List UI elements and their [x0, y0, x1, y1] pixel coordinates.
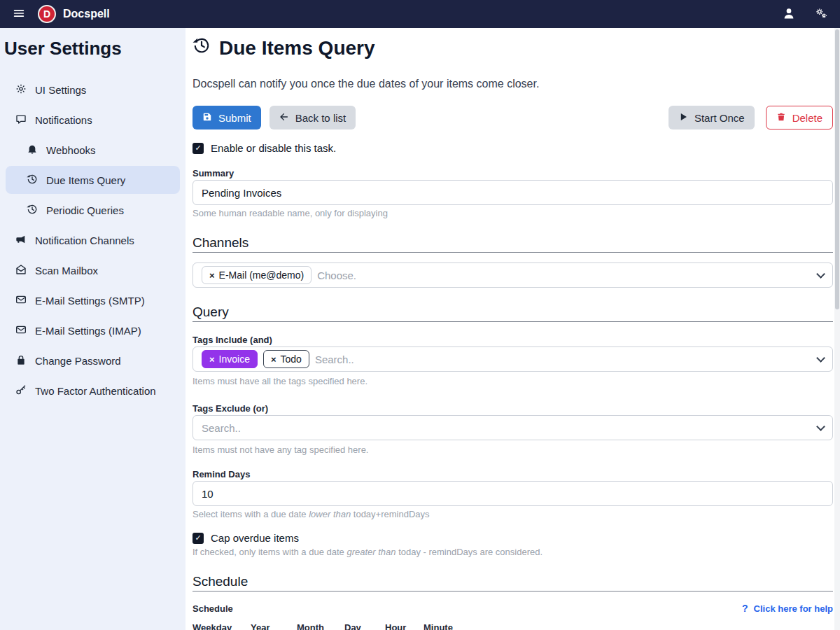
- save-icon: [202, 112, 212, 124]
- lock-icon: [15, 354, 27, 368]
- hamburger-icon: [13, 7, 25, 22]
- sidebar-item-label: Notification Channels: [35, 234, 134, 246]
- sidebar-item-label: Notifications: [35, 114, 92, 126]
- docspell-logo-icon: [38, 5, 56, 23]
- hamburger-menu-button[interactable]: [10, 4, 28, 24]
- schedule-column-headers: Weekday Year Month Day Hour Minute: [192, 622, 833, 630]
- cap-overdue-label: Cap overdue items: [211, 532, 299, 544]
- tags-exclude-help: Items must not have any tag specified he…: [192, 444, 833, 455]
- remind-days-input[interactable]: [192, 481, 833, 506]
- schedule-label-row: Schedule ? Click here for help: [192, 603, 833, 614]
- remove-icon[interactable]: [209, 271, 215, 280]
- column-header-year: Year: [251, 622, 297, 630]
- scrollbar[interactable]: [834, 28, 840, 630]
- envelope-icon: [15, 324, 27, 337]
- sidebar-item-label: E-Mail Settings (SMTP): [35, 295, 145, 307]
- channels-select[interactable]: E-Mail (me@demo) Choose.: [192, 262, 833, 288]
- tag-chip-invoice[interactable]: Invoice: [202, 350, 258, 368]
- sidebar-item-label: Periodic Queries: [46, 204, 124, 216]
- app-window: Docspell User Settings UI Settings Not: [0, 0, 840, 630]
- sidebar-item-email-settings-imap[interactable]: E-Mail Settings (IMAP): [6, 316, 180, 344]
- enable-task-label: Enable or disable this task.: [211, 142, 336, 154]
- tags-exclude-select[interactable]: Search..: [192, 415, 833, 440]
- sidebar-title: User Settings: [0, 28, 186, 74]
- toolbar: Submit Back to list Start Once Delete: [192, 106, 833, 130]
- column-header-month: Month: [297, 622, 344, 630]
- remove-icon[interactable]: [209, 355, 215, 364]
- comment-icon: [15, 113, 27, 127]
- channels-heading: Channels: [192, 235, 833, 253]
- chevron-down-icon: [816, 354, 825, 363]
- sidebar: User Settings UI Settings Notifications …: [0, 28, 186, 630]
- submit-button[interactable]: Submit: [192, 106, 261, 130]
- remove-icon[interactable]: [271, 355, 276, 364]
- key-icon: [15, 384, 27, 398]
- sidebar-item-label: UI Settings: [35, 84, 86, 96]
- play-icon: [678, 112, 688, 124]
- chevron-down-icon: [816, 270, 825, 279]
- column-header-hour: Hour: [385, 622, 424, 630]
- summary-input[interactable]: [192, 180, 833, 205]
- user-menu-button[interactable]: [780, 4, 798, 24]
- sidebar-item-notification-channels[interactable]: Notification Channels: [6, 226, 180, 254]
- sidebar-item-label: Webhooks: [46, 144, 96, 156]
- tags-include-label: Tags Include (and): [192, 335, 833, 345]
- start-once-button[interactable]: Start Once: [668, 106, 755, 130]
- tag-chip-todo[interactable]: Todo: [263, 350, 309, 368]
- chevron-down-icon: [816, 422, 825, 431]
- sidebar-item-scan-mailbox[interactable]: Scan Mailbox: [6, 256, 180, 284]
- question-icon: ?: [742, 603, 748, 614]
- tags-exclude-label: Tags Exclude (or): [192, 403, 833, 414]
- schedule-help-link[interactable]: ? Click here for help: [742, 603, 833, 614]
- cap-overdue-row: Cap overdue items: [192, 532, 833, 544]
- tags-include-help: Items must have all the tags specified h…: [192, 376, 833, 386]
- arrow-left-icon: [279, 112, 289, 124]
- sidebar-item-label: Two Factor Authentication: [35, 385, 156, 397]
- sidebar-item-ui-settings[interactable]: UI Settings: [6, 76, 180, 104]
- tags-include-placeholder: Search..: [315, 354, 354, 365]
- gears-icon: [815, 7, 827, 22]
- sidebar-item-periodic-queries[interactable]: Periodic Queries: [6, 196, 180, 224]
- history-icon: [27, 204, 38, 217]
- envelope-icon: [15, 294, 27, 307]
- settings-menu-button[interactable]: [812, 4, 830, 24]
- history-icon: [27, 174, 38, 187]
- enable-task-row: Enable or disable this task.: [192, 142, 833, 154]
- bullhorn-icon: [15, 234, 27, 247]
- sidebar-item-label: E-Mail Settings (IMAP): [35, 325, 141, 337]
- remind-days-label: Remind Days: [192, 469, 833, 479]
- summary-label: Summary: [192, 168, 833, 178]
- sidebar-item-due-items-query[interactable]: Due Items Query: [6, 166, 180, 194]
- tags-exclude-placeholder: Search..: [202, 422, 241, 434]
- app-name: Docspell: [63, 8, 110, 20]
- cap-overdue-checkbox[interactable]: [192, 533, 204, 544]
- app-brand[interactable]: Docspell: [38, 5, 110, 23]
- topbar: Docspell: [0, 0, 840, 28]
- gear-icon: [15, 83, 27, 97]
- sidebar-item-label: Due Items Query: [46, 174, 125, 186]
- column-header-weekday: Weekday: [192, 622, 251, 630]
- schedule-label: Schedule: [192, 603, 233, 614]
- sidebar-item-label: Change Password: [35, 355, 121, 367]
- page-title: Due Items Query: [192, 36, 833, 59]
- sidebar-item-change-password[interactable]: Change Password: [6, 346, 180, 374]
- back-to-list-button[interactable]: Back to list: [270, 106, 356, 130]
- sidebar-item-email-settings-smtp[interactable]: E-Mail Settings (SMTP): [6, 286, 180, 314]
- sidebar-item-two-factor-authentication[interactable]: Two Factor Authentication: [6, 377, 180, 405]
- page-description: Docspell can notify you once the due dat…: [192, 78, 833, 90]
- main-content: Due Items Query Docspell can notify you …: [186, 28, 840, 630]
- channel-chip-email[interactable]: E-Mail (me@demo): [202, 266, 312, 284]
- schedule-heading: Schedule: [192, 574, 833, 592]
- page-title-text: Due Items Query: [219, 37, 375, 59]
- delete-button[interactable]: Delete: [766, 106, 833, 130]
- user-icon: [783, 7, 795, 22]
- history-icon: [192, 36, 211, 59]
- scrollbar-thumb[interactable]: [835, 29, 839, 309]
- sidebar-item-notifications[interactable]: Notifications: [6, 106, 180, 134]
- sidebar-item-webhooks[interactable]: Webhooks: [6, 136, 180, 164]
- tags-include-select[interactable]: Invoice Todo Search..: [192, 346, 833, 372]
- enable-task-checkbox[interactable]: [192, 143, 204, 154]
- query-heading: Query: [192, 304, 833, 322]
- channels-placeholder: Choose.: [317, 270, 356, 281]
- column-header-minute: Minute: [424, 622, 465, 630]
